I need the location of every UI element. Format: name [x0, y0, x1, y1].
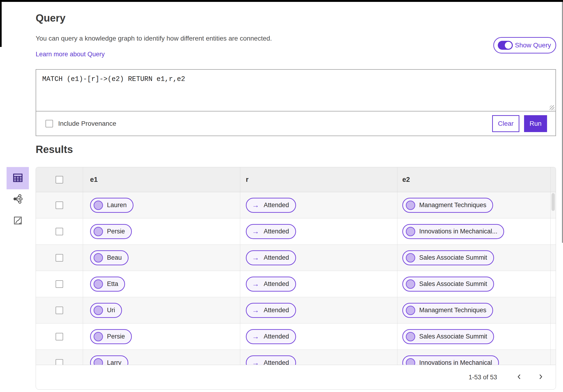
- entity-pill[interactable]: Managment Techniques: [402, 303, 493, 318]
- include-provenance-control[interactable]: Include Provenance: [46, 112, 116, 136]
- table-row: Persie →Attended Innovations in Mechanic…: [36, 218, 556, 245]
- entity-node-icon: [406, 201, 415, 210]
- window-frame-left: [0, 0, 2, 47]
- chevron-right-icon: [537, 373, 544, 381]
- table-row: Persie →Attended Sales Associate Summit: [36, 324, 556, 350]
- entity-pill[interactable]: Persie: [90, 329, 132, 344]
- relation-label: Attended: [264, 307, 289, 314]
- entity-node-icon: [406, 306, 415, 315]
- row-checkbox[interactable]: [56, 359, 63, 365]
- chevron-left-icon: [516, 373, 523, 381]
- entity-label: Larry: [107, 359, 122, 365]
- column-header-e2[interactable]: e2: [402, 176, 410, 183]
- toggle-switch-icon[interactable]: [498, 41, 513, 50]
- toggle-knob: [505, 42, 512, 49]
- results-section-title: Results: [36, 144, 73, 155]
- entity-node-icon: [406, 332, 415, 341]
- entity-pill[interactable]: Persie: [90, 224, 132, 239]
- query-description: You can query a knowledge graph to ident…: [36, 35, 272, 42]
- row-checkbox[interactable]: [56, 280, 63, 288]
- query-panel: MATCH (e1)-[r]->(e2) RETURN e1,r,e2 Incl…: [36, 69, 556, 136]
- window-frame-top: [0, 0, 563, 2]
- row-checkbox[interactable]: [56, 228, 63, 235]
- pagination-prev-button[interactable]: [514, 372, 524, 382]
- entity-label: Innovations in Mechanical: [419, 359, 492, 365]
- table-view-icon: [12, 172, 24, 184]
- relation-pill[interactable]: →Attended: [246, 198, 296, 213]
- entity-label: Managment Techniques: [419, 202, 486, 209]
- column-header-e1[interactable]: e1: [90, 176, 98, 183]
- relation-label: Attended: [264, 254, 289, 261]
- table-row: Beau →Attended Sales Associate Summit: [36, 245, 556, 271]
- entity-label: Sales Associate Summit: [419, 280, 487, 288]
- query-controls-row: Include Provenance Clear Run: [36, 111, 555, 136]
- entity-label: Lauren: [107, 202, 127, 209]
- show-query-label: Show Query: [515, 41, 551, 49]
- relation-pill[interactable]: →Attended: [246, 329, 296, 344]
- query-section-title: Query: [36, 12, 65, 24]
- row-checkbox[interactable]: [56, 333, 63, 340]
- pagination-range-label: 1-53 of 53: [468, 374, 497, 381]
- relation-pill[interactable]: →Attended: [246, 277, 296, 291]
- relation-label: Attended: [264, 280, 289, 288]
- entity-node-icon: [406, 358, 415, 365]
- entity-node-icon: [406, 279, 415, 289]
- arrow-right-icon: →: [252, 307, 259, 314]
- run-button[interactable]: Run: [524, 115, 547, 132]
- entity-node-icon: [94, 227, 103, 236]
- entity-node-icon: [94, 279, 103, 289]
- relation-pill[interactable]: →Attended: [246, 355, 296, 365]
- arrow-right-icon: →: [252, 280, 259, 288]
- entity-pill[interactable]: Managment Techniques: [402, 198, 493, 213]
- learn-more-link[interactable]: Learn more about Query: [36, 51, 105, 58]
- entity-label: Etta: [107, 280, 118, 288]
- pagination-next-button[interactable]: [536, 372, 546, 382]
- relation-pill[interactable]: →Attended: [246, 250, 296, 265]
- row-checkbox[interactable]: [56, 254, 63, 262]
- table-scrollbar-track[interactable]: [550, 167, 556, 365]
- view-switcher-map-view[interactable]: [7, 214, 29, 228]
- view-switcher-graph-view[interactable]: [7, 192, 29, 206]
- view-switcher-table-view[interactable]: [7, 167, 29, 189]
- column-header-r[interactable]: r: [246, 176, 248, 183]
- entity-pill[interactable]: Sales Associate Summit: [402, 329, 494, 344]
- entity-pill[interactable]: Beau: [90, 250, 128, 265]
- entity-label: Managment Techniques: [419, 307, 486, 314]
- clear-button[interactable]: Clear: [492, 115, 519, 132]
- entity-label: Innovations in Mechanical...: [419, 228, 497, 235]
- graph-view-icon: [13, 193, 23, 205]
- relation-pill[interactable]: →Attended: [246, 303, 296, 318]
- table-scrollbar-thumb[interactable]: [551, 193, 555, 211]
- entity-pill[interactable]: Sales Associate Summit: [402, 250, 494, 265]
- textarea-resize-handle[interactable]: [550, 105, 554, 110]
- entity-pill[interactable]: Etta: [90, 277, 125, 291]
- arrow-right-icon: →: [252, 228, 259, 235]
- entity-pill[interactable]: Larry: [90, 355, 128, 365]
- query-editor[interactable]: MATCH (e1)-[r]->(e2) RETURN e1,r,e2: [42, 75, 185, 83]
- results-table: e1 r e2 Lauren →Attended Managment Techn…: [36, 167, 556, 365]
- entity-pill[interactable]: Uri: [90, 303, 122, 318]
- entity-label: Beau: [107, 254, 122, 261]
- select-all-checkbox[interactable]: [56, 176, 63, 183]
- page-scrollbar[interactable]: [562, 2, 563, 243]
- table-header-row: e1 r e2: [36, 167, 556, 192]
- entity-node-icon: [94, 201, 103, 210]
- include-provenance-label: Include Provenance: [58, 120, 116, 127]
- show-query-toggle[interactable]: Show Query: [493, 37, 556, 53]
- entity-label: Sales Associate Summit: [419, 254, 487, 261]
- entity-pill[interactable]: Innovations in Mechanical: [402, 355, 499, 365]
- entity-pill[interactable]: Sales Associate Summit: [402, 277, 494, 291]
- entity-node-icon: [94, 253, 103, 263]
- row-checkbox[interactable]: [56, 307, 63, 314]
- include-provenance-checkbox[interactable]: [46, 120, 53, 127]
- relation-pill[interactable]: →Attended: [246, 224, 296, 239]
- table-row: Uri →Attended Managment Techniques: [36, 297, 556, 324]
- entity-label: Persie: [107, 333, 125, 340]
- arrow-right-icon: →: [252, 254, 259, 261]
- entity-pill[interactable]: Innovations in Mechanical...: [402, 224, 504, 239]
- map-view-icon: [13, 215, 23, 226]
- relation-label: Attended: [264, 228, 289, 235]
- relation-label: Attended: [264, 202, 289, 209]
- entity-pill[interactable]: Lauren: [90, 198, 133, 213]
- row-checkbox[interactable]: [56, 202, 63, 209]
